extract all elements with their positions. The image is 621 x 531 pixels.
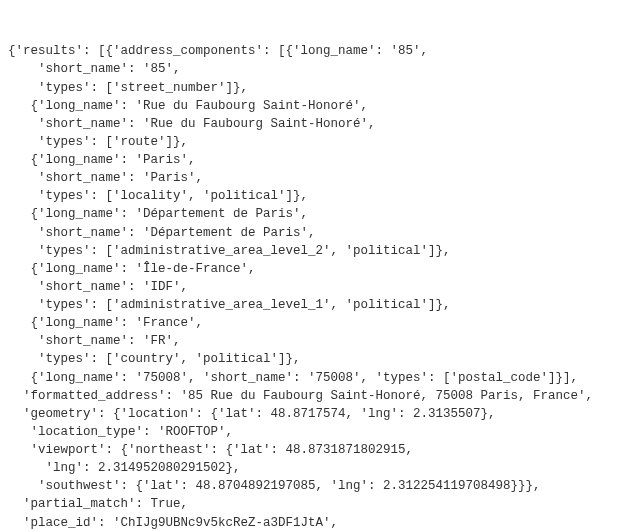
code-line: {'long_name': 'Paris', — [8, 151, 613, 169]
code-line: {'long_name': '75008', 'short_name': '75… — [8, 369, 613, 387]
code-line: 'types': ['administrative_area_level_2',… — [8, 242, 613, 260]
code-line: 'southwest': {'lat': 48.8704892197085, '… — [8, 477, 613, 495]
code-line: 'types': ['country', 'political']}, — [8, 350, 613, 368]
code-line: 'lng': 2.314952080291502}, — [8, 459, 613, 477]
json-output: {'results': [{'address_components': [{'l… — [8, 42, 613, 531]
code-line: {'long_name': 'Département de Paris', — [8, 205, 613, 223]
code-line: 'formatted_address': '85 Rue du Faubourg… — [8, 387, 613, 405]
code-line: {'long_name': 'France', — [8, 314, 613, 332]
code-line: {'results': [{'address_components': [{'l… — [8, 42, 613, 60]
code-line: 'short_name': 'Paris', — [8, 169, 613, 187]
code-line: 'short_name': 'IDF', — [8, 278, 613, 296]
code-line: 'types': ['route']}, — [8, 133, 613, 151]
code-line: 'short_name': '85', — [8, 60, 613, 78]
code-line: {'long_name': 'Rue du Faubourg Saint-Hon… — [8, 97, 613, 115]
code-line: 'partial_match': True, — [8, 495, 613, 513]
code-line: 'short_name': 'FR', — [8, 332, 613, 350]
code-line: 'geometry': {'location': {'lat': 48.8717… — [8, 405, 613, 423]
code-line: 'types': ['administrative_area_level_1',… — [8, 296, 613, 314]
code-line: 'short_name': 'Département de Paris', — [8, 224, 613, 242]
code-line: 'location_type': 'ROOFTOP', — [8, 423, 613, 441]
code-line: 'viewport': {'northeast': {'lat': 48.873… — [8, 441, 613, 459]
code-line: 'types': ['locality', 'political']}, — [8, 187, 613, 205]
code-line: 'types': ['street_number']}, — [8, 79, 613, 97]
code-line: 'place_id': 'ChIJg9UBNc9v5kcReZ-a3DF1JtA… — [8, 514, 613, 532]
code-line: {'long_name': 'Île-de-France', — [8, 260, 613, 278]
code-line: 'short_name': 'Rue du Faubourg Saint-Hon… — [8, 115, 613, 133]
